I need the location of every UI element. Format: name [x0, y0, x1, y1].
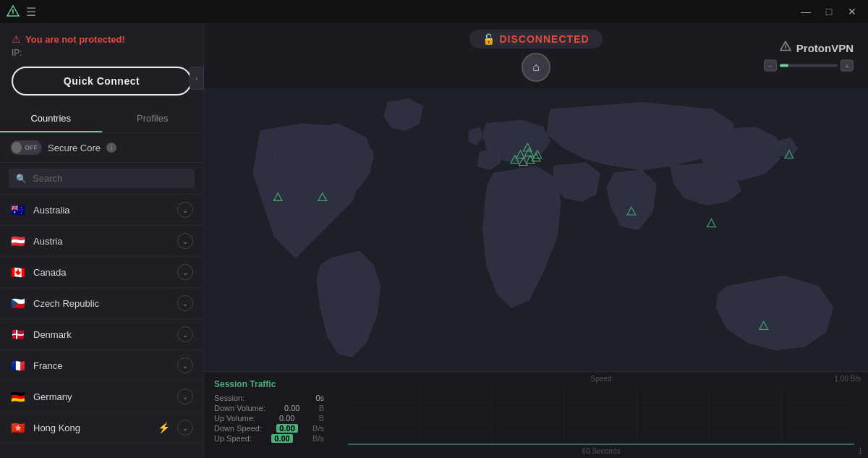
secure-core-toggle[interactable]: OFF: [10, 140, 42, 155]
secure-core-label: Secure Core: [48, 143, 101, 153]
window-controls: — □ ✕: [796, 4, 862, 20]
speed-graph-svg: [340, 388, 862, 446]
map-container: [204, 88, 868, 371]
search-container: 🔍: [0, 163, 203, 195]
expand-denmark[interactable]: ⌄: [177, 326, 193, 342]
up-speed-unit: B/s: [312, 434, 324, 443]
country-item-denmark[interactable]: 🇩🇰 Denmark ⌄: [0, 319, 203, 350]
ip-row: IP:: [12, 48, 192, 58]
country-name-hong-kong: Hong Kong: [33, 423, 150, 433]
session-value: 0s: [315, 394, 324, 402]
expand-czech-republic[interactable]: ⌄: [177, 295, 193, 311]
home-button[interactable]: ⌂: [522, 53, 550, 82]
titlebar: ☰ — □ ✕: [0, 0, 868, 23]
session-label: Session:: [214, 394, 244, 402]
up-speed-value: 0.00: [271, 434, 292, 443]
up-speed-label: Up Speed:: [214, 434, 252, 443]
up-volume-label: Up Volume:: [214, 414, 255, 423]
logo-area: ProtonVPN − +: [764, 41, 854, 72]
stats-title: Session Traffic: [214, 379, 324, 389]
special-server-icon: ⚡: [158, 422, 170, 433]
country-name-france: France: [33, 360, 170, 371]
connection-status-text: DISCONNECTED: [499, 33, 589, 45]
expand-france[interactable]: ⌄: [177, 357, 193, 373]
ip-label: IP:: [12, 48, 22, 58]
right-panel: 🔓 DISCONNECTED ⌂ ProtonVPN: [204, 23, 868, 458]
sidebar: ⚠ You are not protected! IP: Quick Conne…: [0, 23, 204, 458]
search-input[interactable]: [33, 173, 187, 184]
country-name-canada: Canada: [33, 267, 170, 278]
country-item-australia[interactable]: 🇦🇺 Australia ⌄: [0, 195, 203, 226]
stat-up-volume: Up Volume: 0.00 B: [214, 414, 324, 423]
collapse-sidebar-button[interactable]: ‹: [190, 67, 204, 90]
country-name-czech-republic: Czech Republic: [33, 298, 170, 309]
titlebar-menu-icon[interactable]: ☰: [26, 5, 36, 19]
tab-bar: Countries Profiles: [0, 106, 203, 133]
up-volume-unit: B: [319, 414, 324, 423]
down-volume-label: Down Volume:: [214, 404, 265, 412]
graph-bottom-right-value: 1: [858, 447, 862, 455]
flag-denmark: 🇩🇰: [10, 328, 26, 340]
flag-austria: 🇦🇹: [10, 235, 26, 247]
down-volume-unit: B: [319, 404, 324, 412]
slider-minus-button[interactable]: −: [764, 60, 777, 72]
stats-panel: Session Traffic Session: 0s Down Volume:…: [204, 372, 334, 458]
minimize-button[interactable]: —: [796, 4, 816, 20]
flag-france: 🇫🇷: [10, 360, 26, 371]
expand-austria[interactable]: ⌄: [177, 233, 193, 249]
slider-track[interactable]: [780, 64, 838, 67]
speed-slider[interactable]: − +: [764, 60, 854, 72]
search-input-wrapper: 🔍: [9, 169, 195, 188]
down-speed-unit: B/s: [312, 424, 324, 433]
top-bar: 🔓 DISCONNECTED ⌂ ProtonVPN: [204, 23, 868, 88]
flag-australia: 🇦🇺: [10, 204, 26, 216]
sidebar-header: ⚠ You are not protected! IP: Quick Conne…: [0, 23, 203, 103]
country-item-hong-kong[interactable]: 🇭🇰 Hong Kong ⚡ ⌄: [0, 412, 203, 444]
country-list: 🇦🇺 Australia ⌄ 🇦🇹 Austria ⌄ 🇨🇦 Canada ⌄ …: [0, 195, 203, 458]
country-item-canada[interactable]: 🇨🇦 Canada ⌄: [0, 257, 203, 288]
down-volume-value: 0.00: [284, 404, 299, 412]
up-volume-value: 0.00: [279, 414, 294, 423]
flag-canada: 🇨🇦: [10, 266, 26, 278]
country-name-germany: Germany: [33, 391, 170, 402]
flag-czech-republic: 🇨🇿: [10, 297, 26, 309]
toggle-circle: [12, 142, 22, 153]
search-icon: 🔍: [16, 174, 27, 184]
country-item-france[interactable]: 🇫🇷 France ⌄: [0, 350, 203, 381]
flag-germany: 🇩🇪: [10, 391, 26, 402]
down-speed-label: Down Speed:: [214, 424, 262, 433]
stat-session: Session: 0s: [214, 394, 324, 402]
speed-graph-right-value: 1.00 B/s: [834, 375, 861, 383]
graph-time-label: 60 Seconds: [582, 447, 621, 455]
secure-core-info-icon[interactable]: i: [106, 143, 116, 153]
quick-connect-button[interactable]: Quick Connect: [12, 67, 192, 96]
down-speed-value: 0.00: [276, 424, 297, 433]
expand-australia[interactable]: ⌄: [177, 202, 193, 218]
speed-graph-area: Speed 1.00 B/s: [334, 372, 868, 458]
country-item-czech-republic[interactable]: 🇨🇿 Czech Republic ⌄: [0, 288, 203, 319]
slider-plus-button[interactable]: +: [841, 60, 854, 72]
app-logo-icon: [6, 4, 20, 19]
main-content: ⚠ You are not protected! IP: Quick Conne…: [0, 23, 868, 458]
proton-logo-icon: [779, 41, 792, 56]
warning-text: You are not protected!: [25, 34, 125, 45]
stat-down-volume: Down Volume: 0.00 B: [214, 404, 324, 412]
status-badge: 🔓 DISCONNECTED: [469, 30, 602, 48]
expand-hong-kong[interactable]: ⌄: [177, 420, 193, 436]
country-name-australia: Australia: [33, 205, 170, 216]
maximize-button[interactable]: □: [819, 4, 839, 20]
country-name-denmark: Denmark: [33, 329, 170, 340]
tab-countries[interactable]: Countries: [0, 106, 102, 132]
tab-profiles[interactable]: Profiles: [102, 106, 204, 132]
stat-down-speed: Down Speed: 0.00 B/s: [214, 424, 324, 433]
stat-up-speed: Up Speed: 0.00 B/s: [214, 434, 324, 443]
expand-germany[interactable]: ⌄: [177, 389, 193, 404]
status-container: 🔓 DISCONNECTED ⌂: [469, 30, 602, 82]
close-button[interactable]: ✕: [842, 4, 862, 20]
world-map-svg: [204, 88, 868, 371]
country-item-germany[interactable]: 🇩🇪 Germany ⌄: [0, 381, 203, 412]
expand-canada[interactable]: ⌄: [177, 264, 193, 280]
country-item-austria[interactable]: 🇦🇹 Austria ⌄: [0, 226, 203, 257]
warning-icon: ⚠: [12, 33, 21, 45]
lock-icon: 🔓: [482, 33, 495, 45]
